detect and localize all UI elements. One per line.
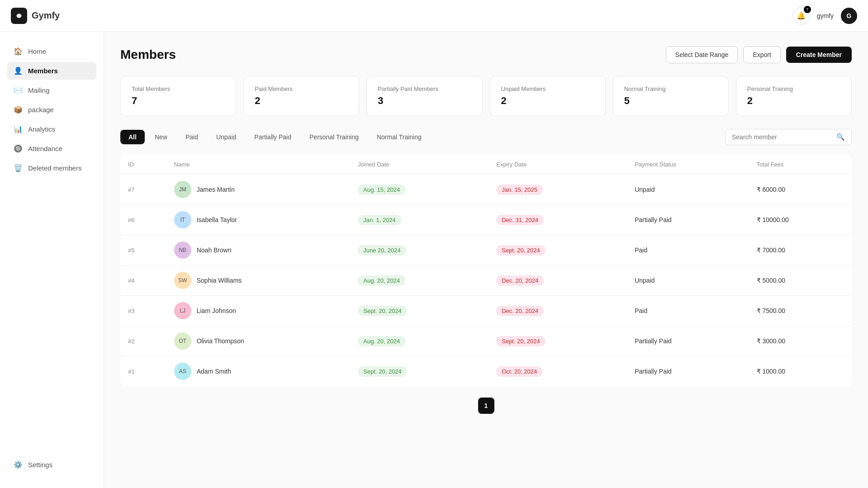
- settings-icon: ⚙️: [14, 460, 23, 469]
- sidebar-item-deleted-members[interactable]: 🗑️ Deleted members: [7, 159, 96, 177]
- cell-name: JM James Martin: [167, 175, 351, 205]
- cell-joined: Aug. 20, 2024: [351, 326, 489, 356]
- member-name: James Martin: [197, 186, 235, 193]
- svg-point-0: [18, 14, 20, 17]
- cell-id: #6: [121, 205, 167, 235]
- sidebar-item-analytics[interactable]: 📊 Analytics: [7, 120, 96, 138]
- stat-card-unpaid: Unpaid Members 2: [490, 76, 606, 116]
- col-name: Name: [167, 155, 351, 175]
- member-name: Sophia Williams: [197, 277, 242, 284]
- cell-joined: June 20, 2024: [351, 235, 489, 265]
- filter-row: All New Paid Unpaid Partially Paid Perso…: [120, 129, 852, 145]
- avatar: IT: [174, 211, 191, 228]
- user-avatar[interactable]: G: [841, 8, 857, 24]
- cell-id: #3: [121, 296, 167, 326]
- sidebar-label-package: package: [28, 106, 54, 114]
- sidebar-label-members: Members: [28, 67, 58, 75]
- cell-payment-status: Paid: [627, 235, 749, 265]
- cell-id: #2: [121, 326, 167, 356]
- member-name: Adam Smith: [197, 368, 231, 375]
- cell-joined: Sept. 20, 2024: [351, 296, 489, 326]
- cell-expiry: Oct. 20, 2024: [489, 356, 627, 387]
- select-date-range-button[interactable]: Select Date Range: [666, 46, 738, 63]
- create-member-button[interactable]: Create Member: [786, 47, 852, 63]
- cell-expiry: Dec. 20, 2024: [489, 296, 627, 326]
- sidebar-label-analytics: Analytics: [28, 125, 55, 133]
- stat-label-unpaid: Unpaid Members: [501, 85, 594, 92]
- cell-joined: Aug. 20, 2024: [351, 265, 489, 296]
- cell-total-fees: ₹ 10000.00: [749, 205, 852, 235]
- nav-right: 🔔 7 gymfy G: [792, 7, 857, 24]
- member-name: Liam Johnson: [197, 307, 236, 314]
- table-body: #7 JM James Martin Aug. 15, 2024 Jan. 15…: [121, 175, 852, 387]
- header-actions: Select Date Range Export Create Member: [666, 46, 852, 63]
- tab-personal-training[interactable]: Personal Training: [301, 130, 367, 144]
- cell-name: OT Olivia Thompson: [167, 326, 351, 356]
- sidebar: 🏠 Home 👤 Members ✉️ Mailing 📦 package 📊 …: [0, 32, 104, 488]
- table-row[interactable]: #1 AS Adam Smith Sept. 20, 2024 Oct. 20,…: [121, 356, 852, 387]
- page-number-1[interactable]: 1: [478, 398, 494, 414]
- table-row[interactable]: #4 SW Sophia Williams Aug. 20, 2024 Dec.…: [121, 265, 852, 296]
- cell-expiry: Sept. 20, 2024: [489, 235, 627, 265]
- table-header: ID Name Joined Date Expiry Date Payment …: [121, 155, 852, 175]
- tab-partially-paid[interactable]: Partially Paid: [246, 130, 299, 144]
- sidebar-label-home: Home: [28, 47, 46, 55]
- sidebar-item-mailing[interactable]: ✉️ Mailing: [7, 81, 96, 99]
- cell-joined: Aug. 15, 2024: [351, 175, 489, 205]
- cell-total-fees: ₹ 3000.00: [749, 326, 852, 356]
- sidebar-item-package[interactable]: 📦 package: [7, 101, 96, 118]
- table-row[interactable]: #5 NB Noah Brown June 20, 2024 Sept. 20,…: [121, 235, 852, 265]
- stat-card-total-members: Total Members 7: [120, 76, 236, 116]
- cell-payment-status: Partially Paid: [627, 356, 749, 387]
- notification-badge: 7: [804, 6, 811, 13]
- tab-new[interactable]: New: [147, 130, 175, 144]
- cell-name: AS Adam Smith: [167, 356, 351, 387]
- stat-value-normal-training: 5: [624, 95, 717, 107]
- stat-label-total: Total Members: [132, 85, 225, 92]
- avatar: NB: [174, 242, 191, 259]
- tab-all[interactable]: All: [120, 130, 145, 144]
- stat-value-personal-training: 2: [747, 95, 840, 107]
- tab-unpaid[interactable]: Unpaid: [208, 130, 244, 144]
- table-row[interactable]: #2 OT Olivia Thompson Aug. 20, 2024 Sept…: [121, 326, 852, 356]
- search-input[interactable]: [732, 133, 833, 141]
- table-row[interactable]: #6 IT Isabella Taylor Jan. 1, 2024 Dec. …: [121, 205, 852, 235]
- cell-id: #7: [121, 175, 167, 205]
- cell-name: SW Sophia Williams: [167, 265, 351, 296]
- table-row[interactable]: #3 LJ Liam Johnson Sept. 20, 2024 Dec. 2…: [121, 296, 852, 326]
- sidebar-item-settings[interactable]: ⚙️ Settings: [7, 456, 96, 474]
- export-button[interactable]: Export: [743, 46, 780, 63]
- tab-paid[interactable]: Paid: [177, 130, 206, 144]
- cell-total-fees: ₹ 6000.00: [749, 175, 852, 205]
- logo-icon: [11, 8, 27, 24]
- cell-payment-status: Partially Paid: [627, 205, 749, 235]
- cell-payment-status: Paid: [627, 296, 749, 326]
- sidebar-bottom: ⚙️ Settings: [7, 456, 96, 477]
- sidebar-item-home[interactable]: 🏠 Home: [7, 43, 96, 60]
- avatar: JM: [174, 181, 191, 198]
- avatar: AS: [174, 363, 191, 380]
- logo[interactable]: Gymfy: [11, 8, 60, 24]
- sidebar-item-members[interactable]: 👤 Members: [7, 62, 96, 80]
- tab-normal-training[interactable]: Normal Training: [369, 130, 430, 144]
- sidebar-item-attendance[interactable]: 🔘 Attendance: [7, 140, 96, 157]
- notification-button[interactable]: 🔔 7: [792, 7, 810, 24]
- stat-value-total: 7: [132, 95, 225, 107]
- stat-card-normal-training: Normal Training 5: [613, 76, 729, 116]
- avatar: OT: [174, 332, 191, 350]
- cell-joined: Jan. 1, 2024: [351, 205, 489, 235]
- cell-name: LJ Liam Johnson: [167, 296, 351, 326]
- cell-payment-status: Unpaid: [627, 175, 749, 205]
- avatar: LJ: [174, 302, 191, 319]
- cell-total-fees: ₹ 7500.00: [749, 296, 852, 326]
- stat-value-partially-paid: 3: [378, 95, 471, 107]
- col-id: ID: [121, 155, 167, 175]
- col-payment-status: Payment Status: [627, 155, 749, 175]
- page-header: Members Select Date Range Export Create …: [120, 46, 852, 63]
- pagination: 1: [120, 398, 852, 414]
- table-row[interactable]: #7 JM James Martin Aug. 15, 2024 Jan. 15…: [121, 175, 852, 205]
- filter-tabs: All New Paid Unpaid Partially Paid Perso…: [120, 130, 430, 144]
- col-expiry: Expiry Date: [489, 155, 627, 175]
- stat-label-personal-training: Personal Training: [747, 85, 840, 92]
- top-navigation: Gymfy 🔔 7 gymfy G: [0, 0, 868, 32]
